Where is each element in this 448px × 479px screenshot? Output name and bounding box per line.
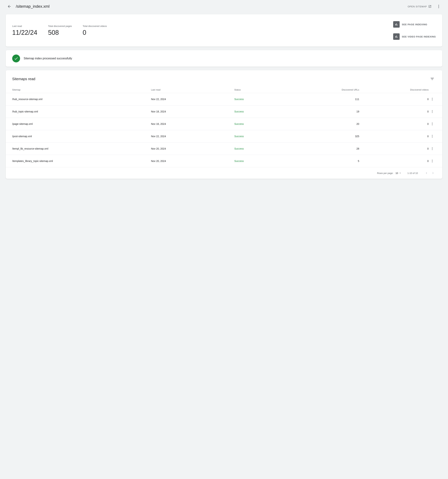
svg-point-1 — [438, 6, 439, 7]
cell-discovered-urls: 19 — [290, 110, 359, 113]
cell-discovered-urls: 20 — [290, 122, 359, 125]
table-row: /page-sitemap.xml Nov 16, 2024 Success 2… — [6, 118, 442, 130]
cell-last-read: Nov 22, 2024 — [151, 98, 234, 101]
svg-point-3 — [432, 98, 432, 99]
svg-point-14 — [432, 137, 432, 138]
cell-sitemap: /page-sitemap.xml — [12, 122, 151, 125]
cell-discovered-urls: 5 — [290, 160, 359, 162]
cell-sitemap: /templ_lib_resource-sitemap.xml — [12, 147, 151, 150]
cell-discovered-videos: 0 — [359, 135, 429, 138]
cell-last-read: Nov 16, 2024 — [151, 122, 234, 125]
svg-point-9 — [432, 123, 432, 123]
pagination-info: 1-10 of 10 — [407, 172, 418, 174]
content-area: Last read 11/22/24 Total discovered page… — [0, 13, 448, 185]
table-header: Sitemaps read — [6, 75, 442, 87]
pagination-buttons — [424, 170, 436, 176]
col-discovered-videos: Discovered videos — [359, 89, 429, 91]
cell-discovered-videos: 0 — [359, 122, 429, 125]
cell-sitemap: /post-sitemap.xml — [12, 135, 151, 138]
see-video-page-indexing-button[interactable]: SEE VIDEO PAGE INDEXING — [393, 32, 436, 41]
table-row: /hub_topic-sitemap.xml Nov 18, 2024 Succ… — [6, 106, 442, 118]
svg-point-7 — [432, 111, 432, 112]
svg-point-20 — [432, 162, 432, 162]
svg-point-8 — [432, 112, 432, 113]
cell-discovered-videos: 0 — [359, 160, 429, 162]
table-footer: Rows per page: 10 1-10 of 10 — [6, 167, 442, 179]
cell-discovered-videos: 0 — [359, 147, 429, 150]
table-row: /post-sitemap.xml Nov 22, 2024 Success 3… — [6, 130, 442, 143]
stats-card: Last read 11/22/24 Total discovered page… — [6, 14, 442, 47]
col-sitemap: Sitemap — [12, 89, 151, 91]
total-videos-value: 0 — [83, 29, 107, 36]
last-read-label: Last read — [12, 25, 37, 27]
svg-point-18 — [432, 160, 432, 160]
header-right: OPEN SITEMAP — [406, 3, 442, 10]
stat-last-read: Last read 11/22/24 — [12, 25, 37, 36]
header: /sitemap_index.xml OPEN SITEMAP — [0, 0, 448, 13]
rows-per-page-label: Rows per page: — [377, 172, 393, 174]
cell-sitemap: /hub_topic-sitemap.xml — [12, 110, 151, 113]
svg-point-11 — [432, 125, 432, 125]
stats-grid: Last read 11/22/24 Total discovered page… — [12, 25, 386, 36]
svg-point-4 — [432, 99, 432, 99]
table-row: /templ_lib_resource-sitemap.xml Nov 20, … — [6, 143, 442, 155]
svg-point-6 — [432, 110, 432, 111]
cell-status: Success — [234, 135, 290, 138]
row-more-button[interactable] — [429, 159, 436, 164]
see-page-indexing-button[interactable]: SEE PAGE INDEXING — [393, 20, 436, 29]
cell-status: Success — [234, 147, 290, 150]
row-more-button[interactable] — [429, 121, 436, 126]
row-more-button[interactable] — [429, 134, 436, 139]
action-buttons: SEE PAGE INDEXING SEE VIDEO PAGE INDEXIN… — [393, 20, 436, 41]
cell-last-read: Nov 22, 2024 — [151, 135, 234, 138]
row-more-button[interactable] — [429, 146, 436, 151]
stat-total-videos: Total discovered videos 0 — [83, 25, 107, 36]
cell-discovered-urls: 111 — [290, 98, 359, 101]
rows-per-page-value: 10 — [396, 172, 398, 174]
last-read-value: 11/22/24 — [12, 29, 37, 36]
table-title: Sitemaps read — [12, 77, 35, 81]
svg-point-13 — [432, 136, 432, 136]
more-options-button[interactable] — [435, 3, 442, 10]
cell-sitemap: /hub_resource-sitemap.xml — [12, 98, 151, 101]
row-more-button[interactable] — [429, 97, 436, 102]
cell-discovered-videos: 0 — [359, 98, 429, 101]
see-video-page-indexing-label: SEE VIDEO PAGE INDEXING — [402, 35, 436, 38]
success-message: Sitemap index processed successfully — [24, 57, 72, 60]
table-rows-container: /hub_resource-sitemap.xml Nov 22, 2024 S… — [6, 93, 442, 167]
svg-point-19 — [432, 161, 432, 161]
cell-last-read: Nov 20, 2024 — [151, 147, 234, 150]
open-sitemap-button[interactable]: OPEN SITEMAP — [406, 3, 434, 9]
cell-sitemap: /templates_library_topic-sitemap.xml — [12, 160, 151, 162]
next-page-button[interactable] — [430, 170, 436, 176]
table-row: /templates_library_topic-sitemap.xml Nov… — [6, 155, 442, 167]
filter-button[interactable] — [429, 75, 436, 82]
svg-point-5 — [432, 100, 432, 100]
header-left: /sitemap_index.xml — [6, 3, 49, 10]
svg-point-10 — [432, 124, 432, 124]
svg-point-17 — [432, 149, 432, 150]
success-card: Sitemap index processed successfully — [6, 50, 442, 67]
chart-icon — [393, 21, 400, 28]
cell-last-read: Nov 18, 2024 — [151, 110, 234, 113]
row-more-button[interactable] — [429, 109, 436, 114]
svg-point-2 — [438, 7, 439, 8]
stat-total-pages: Total discovered pages 508 — [48, 25, 72, 36]
cell-status: Success — [234, 98, 290, 101]
table-row: /hub_resource-sitemap.xml Nov 22, 2024 S… — [6, 93, 442, 106]
rows-per-page-select[interactable]: 10 — [396, 172, 402, 174]
success-icon — [12, 54, 20, 62]
see-page-indexing-label: SEE PAGE INDEXING — [402, 23, 427, 26]
total-videos-label: Total discovered videos — [83, 25, 107, 27]
chart-icon-video — [393, 33, 400, 40]
col-status: Status — [234, 89, 290, 91]
back-button[interactable] — [6, 3, 13, 10]
cell-discovered-urls: 28 — [290, 147, 359, 150]
col-actions — [429, 89, 436, 91]
svg-point-16 — [432, 148, 432, 149]
prev-page-button[interactable] — [424, 170, 429, 176]
cell-discovered-urls: 325 — [290, 135, 359, 138]
cell-status: Success — [234, 110, 290, 113]
col-last-read: Last read — [151, 89, 234, 91]
cell-discovered-videos: 0 — [359, 110, 429, 113]
